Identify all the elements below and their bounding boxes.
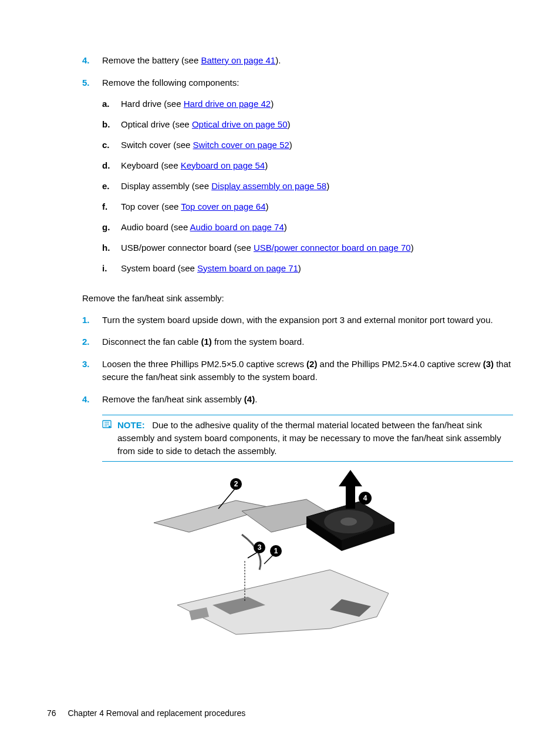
- step: 2.Disconnect the fan cable (1) from the …: [82, 335, 513, 348]
- svg-marker-4: [177, 570, 389, 634]
- sub-step: h.USB/power connector board (see USB/pow…: [102, 241, 513, 254]
- sub-content: USB/power connector board (see USB/power…: [121, 241, 513, 254]
- text: ): [265, 160, 268, 170]
- text: ): [284, 222, 287, 232]
- text: Top cover (see: [121, 201, 181, 211]
- sub-step: a.Hard drive (see Hard drive on page 42): [102, 98, 513, 110]
- cross-reference-link[interactable]: Switch cover on page 52: [193, 140, 289, 150]
- text: ).: [275, 55, 281, 65]
- cross-reference-link[interactable]: Hard drive on page 42: [184, 99, 271, 109]
- note-body: NOTE: Due to the adhesive quality of the…: [117, 419, 513, 457]
- svg-point-15: [340, 518, 357, 526]
- sub-marker: g.: [102, 221, 121, 233]
- step-content: Remove the fan/heat sink assembly (4).: [102, 393, 513, 406]
- cross-reference-link[interactable]: System board on page 71: [197, 263, 298, 273]
- sub-step: i.System board (see System board on page…: [102, 262, 513, 274]
- exploded-diagram: 2 3 1 4: [47, 470, 513, 648]
- svg-text:1: 1: [274, 547, 278, 555]
- svg-text:3: 3: [258, 543, 262, 552]
- cross-reference-link[interactable]: USB/power connector board on page 70: [254, 243, 411, 253]
- step-content: Remove the battery (see Battery on page …: [102, 54, 513, 67]
- step-content: Loosen the three Phillips PM2.5×5.0 capt…: [102, 358, 513, 384]
- cross-reference-link[interactable]: Display assembly on page 58: [211, 181, 326, 191]
- sub-marker: d.: [102, 159, 121, 172]
- step-marker: 4.: [82, 393, 102, 406]
- step-5: 5. Remove the following components: a.Ha…: [82, 76, 513, 283]
- sub-content: Top cover (see Top cover on page 64): [121, 200, 513, 213]
- callout-4: 4: [359, 492, 372, 505]
- sub-marker: i.: [102, 262, 121, 274]
- svg-text:4: 4: [363, 494, 367, 502]
- text: ): [266, 201, 269, 211]
- sub-step: b.Optical drive (see Optical drive on pa…: [102, 118, 513, 130]
- step-4: 4. Remove the battery (see Battery on pa…: [82, 54, 513, 67]
- note-text: Due to the adhesive quality of the therm…: [117, 420, 501, 456]
- note-box: NOTE: Due to the adhesive quality of the…: [102, 415, 513, 461]
- text: Switch cover (see: [121, 140, 193, 150]
- sub-marker: c.: [102, 139, 121, 151]
- text: Remove the following components:: [102, 78, 239, 88]
- sub-content: Audio board (see Audio board on page 74): [121, 221, 513, 233]
- sub-step: g.Audio board (see Audio board on page 7…: [102, 221, 513, 233]
- text: System board (see: [121, 263, 197, 273]
- link-battery[interactable]: Battery on page 41: [201, 55, 275, 65]
- note-label: NOTE:: [117, 420, 145, 430]
- text: Keyboard (see: [121, 160, 181, 170]
- intro-paragraph: Remove the fan/heat sink assembly:: [82, 292, 513, 304]
- step-marker: 1.: [82, 314, 102, 327]
- document-page: 4. Remove the battery (see Battery on pa…: [0, 0, 560, 746]
- chapter-title: Chapter 4 Removal and replacement proced…: [68, 708, 245, 718]
- text: ): [326, 181, 329, 191]
- sub-step: f.Top cover (see Top cover on page 64): [102, 200, 513, 213]
- step-marker: 3.: [82, 358, 102, 384]
- step: 3.Loosen the three Phillips PM2.5×5.0 ca…: [82, 358, 513, 384]
- cross-reference-link[interactable]: Optical drive on page 50: [192, 119, 288, 129]
- cross-reference-link[interactable]: Audio board on page 74: [190, 222, 284, 232]
- callout-3: 3: [248, 542, 265, 558]
- text: ): [289, 140, 292, 150]
- text: ): [411, 243, 414, 253]
- text: Remove the battery (see: [102, 55, 201, 65]
- sub-content: Optical drive (see Optical drive on page…: [121, 118, 513, 130]
- cross-reference-link[interactable]: Keyboard on page 54: [181, 160, 265, 170]
- sub-step: d.Keyboard (see Keyboard on page 54): [102, 159, 513, 172]
- step: 4.Remove the fan/heat sink assembly (4).: [82, 393, 513, 406]
- text: ): [288, 119, 291, 129]
- text: USB/power connector board (see: [121, 243, 254, 253]
- procedure-list-b: 1.Turn the system board upside down, wit…: [82, 314, 513, 406]
- svg-text:2: 2: [234, 480, 238, 488]
- text: Audio board (see: [121, 222, 190, 232]
- step-marker: 4.: [82, 54, 102, 67]
- note-icon: [102, 419, 113, 457]
- sub-marker: h.: [102, 241, 121, 254]
- cross-reference-link[interactable]: Top cover on page 64: [181, 201, 265, 211]
- text: ): [271, 99, 274, 109]
- callout-1: 1: [264, 545, 282, 564]
- procedure-list-a: 4. Remove the battery (see Battery on pa…: [82, 54, 513, 283]
- sub-content: Switch cover (see Switch cover on page 5…: [121, 139, 513, 151]
- sub-step-list: a.Hard drive (see Hard drive on page 42)…: [102, 98, 513, 274]
- text: Hard drive (see: [121, 99, 184, 109]
- sub-step: c.Switch cover (see Switch cover on page…: [102, 139, 513, 151]
- sub-marker: e.: [102, 180, 121, 192]
- step-marker: 2.: [82, 335, 102, 348]
- sub-content: Hard drive (see Hard drive on page 42): [121, 98, 513, 110]
- text: Optical drive (see: [121, 119, 192, 129]
- step-content: Disconnect the fan cable (1) from the sy…: [102, 335, 513, 348]
- step-marker: 5.: [82, 76, 102, 283]
- page-number: 76: [47, 708, 56, 718]
- text: Display assembly (see: [121, 181, 211, 191]
- step: 1.Turn the system board upside down, wit…: [82, 314, 513, 327]
- sub-content: System board (see System board on page 7…: [121, 262, 513, 274]
- sub-content: Keyboard (see Keyboard on page 54): [121, 159, 513, 172]
- text: ): [298, 263, 301, 273]
- sub-marker: f.: [102, 200, 121, 213]
- page-footer: 76 Chapter 4 Removal and replacement pro…: [47, 708, 245, 718]
- step-content: Turn the system board upside down, with …: [102, 314, 513, 327]
- sub-step: e.Display assembly (see Display assembly…: [102, 180, 513, 192]
- sub-marker: a.: [102, 98, 121, 110]
- sub-marker: b.: [102, 118, 121, 130]
- step-content: Remove the following components: a.Hard …: [102, 76, 513, 283]
- sub-content: Display assembly (see Display assembly o…: [121, 180, 513, 192]
